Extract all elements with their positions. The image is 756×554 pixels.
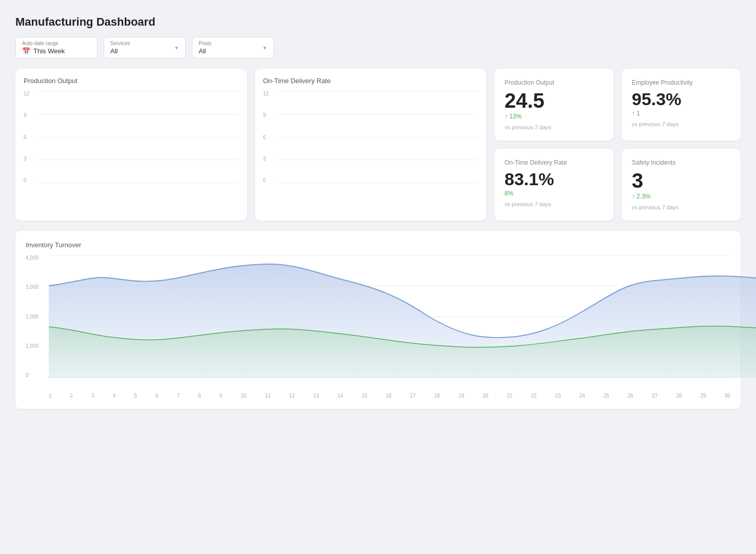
safety-incidents-metric-change: ↑ 2.3% <box>632 193 730 200</box>
production-output-chart-title: Production Output <box>24 77 239 85</box>
on-time-delivery-metric-card: On-Time Delivery Rate 83.1% 8% vs previo… <box>494 149 613 221</box>
delivery-rate-chart-title: On-Time Delivery Rate <box>263 77 478 85</box>
date-range-filter[interactable]: Auto date range 📅 This Week <box>15 37 98 58</box>
delivery-bar-area: 12 9 6 3 0 <box>263 91 478 193</box>
safety-incidents-metric-value: 3 <box>632 170 730 191</box>
inventory-chart-area: 4,000 3,000 2,000 1,000 0 <box>26 255 730 399</box>
delivery-rate-chart-card: On-Time Delivery Rate 12 9 6 3 0 <box>255 69 487 221</box>
production-output-metric-change: ↑ 13% <box>505 113 603 120</box>
posts-filter-inner: Posts All <box>199 41 211 55</box>
employee-productivity-metric-change: ↑ 1 <box>632 110 730 117</box>
on-time-delivery-metric-title: On-Time Delivery Rate <box>505 159 603 166</box>
safety-incidents-metric-card: Safety Incidents 3 ↑ 2.3% vs previous 7 … <box>622 149 741 221</box>
employee-productivity-metric-vs: vs previous 7 days <box>632 121 730 127</box>
delivery-y-labels: 12 9 6 3 0 <box>263 91 269 183</box>
services-value: All <box>110 47 130 55</box>
posts-filter[interactable]: Posts All ▼ <box>192 37 274 58</box>
safety-incidents-metric-vs: vs previous 7 days <box>632 204 730 210</box>
posts-value: All <box>199 47 211 55</box>
calendar-icon: 📅 <box>22 47 30 55</box>
production-output-metric-card: Production Output 24.5 ↑ 13% vs previous… <box>494 69 613 141</box>
inventory-x-labels: 1 2 3 4 5 6 7 8 9 10 11 12 13 14 15 16 1… <box>49 393 730 399</box>
delivery-chart-inner: 12 9 6 3 0 <box>263 91 478 193</box>
dashboard-container: Manufacturing Dashboard Auto date range … <box>10 10 746 554</box>
date-range-label: Auto date range <box>22 41 91 46</box>
production-y-labels: 12 9 6 3 0 <box>24 91 29 183</box>
metric-cards-column: Production Output 24.5 ↑ 13% vs previous… <box>494 69 741 221</box>
services-label: Services <box>110 41 130 46</box>
filters-row: Auto date range 📅 This Week Services All… <box>10 37 746 58</box>
inventory-chart-title: Inventory Turnover <box>26 241 730 249</box>
date-range-value: 📅 This Week <box>22 47 91 55</box>
production-output-metric-title: Production Output <box>505 79 603 86</box>
production-output-chart-inner: 12 9 6 3 0 <box>24 91 239 193</box>
page-title: Manufacturing Dashboard <box>10 10 746 29</box>
on-time-delivery-metric-value: 83.1% <box>505 170 603 188</box>
on-time-delivery-metric-vs: vs previous 7 days <box>505 201 603 207</box>
employee-productivity-metric-card: Employee Productivity 95.3% ↑ 1 vs previ… <box>622 69 741 141</box>
production-output-metric-vs: vs previous 7 days <box>505 124 603 130</box>
production-output-chart-card: Production Output 12 9 6 3 0 <box>15 69 247 221</box>
metric-row-top: Production Output 24.5 ↑ 13% vs previous… <box>494 69 741 141</box>
metric-row-bottom: On-Time Delivery Rate 83.1% 8% vs previo… <box>494 149 741 221</box>
production-bar-area: 12 9 6 3 0 <box>24 91 239 193</box>
employee-productivity-metric-title: Employee Productivity <box>632 79 730 86</box>
inventory-y-labels: 4,000 3,000 2,000 1,000 0 <box>26 255 38 378</box>
services-filter-inner: Services All <box>110 41 130 55</box>
posts-chevron-icon: ▼ <box>262 45 267 51</box>
top-charts-row: Production Output 12 9 6 3 0 <box>10 69 746 221</box>
inventory-turnover-card: Inventory Turnover 4,000 3,000 2,000 1,0… <box>15 231 741 409</box>
production-output-metric-value: 24.5 <box>505 90 603 111</box>
safety-incidents-metric-title: Safety Incidents <box>632 159 730 166</box>
employee-productivity-metric-value: 95.3% <box>632 90 730 108</box>
inventory-area-chart <box>49 255 756 378</box>
services-chevron-icon: ▼ <box>174 45 179 51</box>
on-time-delivery-metric-change: 8% <box>505 190 603 197</box>
posts-label: Posts <box>199 41 211 46</box>
services-filter[interactable]: Services All ▼ <box>104 37 186 58</box>
